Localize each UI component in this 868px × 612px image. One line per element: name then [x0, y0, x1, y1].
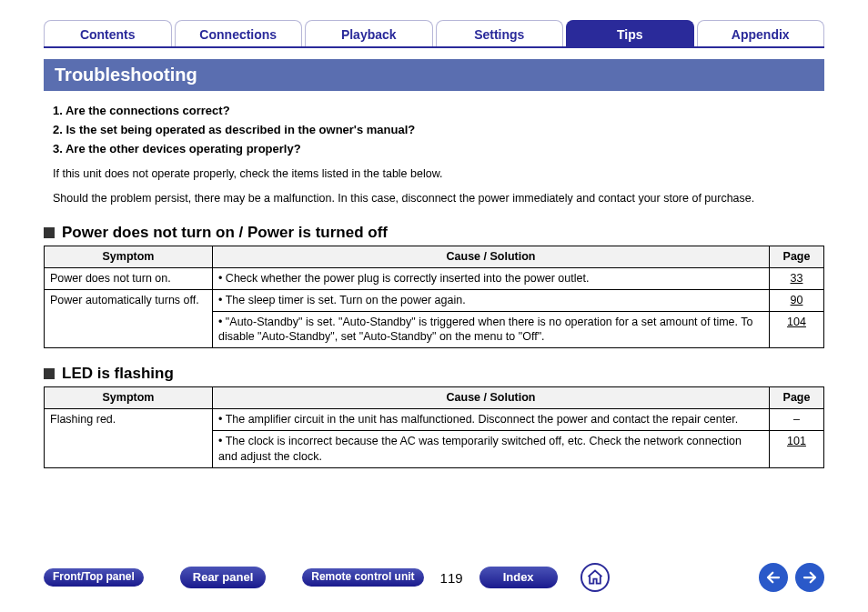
home-icon: [586, 568, 604, 587]
tab-playback[interactable]: Playback: [305, 20, 433, 46]
checklist-item-2: 2. Is the set being operated as describe…: [53, 121, 824, 140]
square-bullet-icon: [44, 227, 55, 238]
page-title: Troubleshooting: [44, 59, 824, 91]
section-heading-power-text: Power does not turn on / Power is turned…: [62, 224, 388, 242]
cell-symptom: Flashing red.: [45, 409, 213, 468]
page-number: 119: [440, 570, 463, 586]
page-none: –: [775, 412, 818, 427]
arrow-left-icon: [765, 569, 782, 586]
cell-cause: The sleep timer is set. Turn on the powe…: [213, 289, 770, 311]
table-row: Flashing red. The amplifier circuit in t…: [45, 409, 824, 431]
table-header-page: Page: [770, 246, 824, 267]
cause-item: Check whether the power plug is correctl…: [218, 271, 763, 286]
section-heading-led: LED is flashing: [44, 365, 824, 383]
cell-cause: The clock is incorrect because the AC wa…: [213, 431, 770, 468]
table-power: Symptom Cause / Solution Page Power does…: [44, 246, 824, 348]
table-row: Power does not turn on. Check whether th…: [45, 267, 824, 289]
checklist: 1. Are the connections correct? 2. Is th…: [53, 102, 824, 158]
intro-line-2: Should the problem persist, there may be…: [53, 190, 824, 207]
bottom-nav: Front/Top panel Rear panel Remote contro…: [0, 563, 868, 592]
arrow-right-icon: [802, 569, 818, 586]
section-heading-power: Power does not turn on / Power is turned…: [44, 224, 824, 242]
tab-appendix[interactable]: Appendix: [697, 20, 825, 46]
table-led: Symptom Cause / Solution Page Flashing r…: [44, 386, 824, 468]
next-page-button[interactable]: [795, 563, 824, 592]
cause-item: "Auto-Standby" is set. "Auto-Standby" is…: [218, 315, 763, 346]
checklist-item-3: 3. Are the other devices operating prope…: [53, 140, 824, 159]
cause-item: The sleep timer is set. Turn on the powe…: [218, 293, 763, 308]
tab-connections[interactable]: Connections: [175, 20, 303, 46]
top-tabs: Contents Connections Playback Settings T…: [44, 20, 824, 48]
cause-item: The amplifier circuit in the unit has ma…: [218, 412, 763, 427]
square-bullet-icon: [44, 368, 55, 379]
tab-settings[interactable]: Settings: [436, 20, 564, 46]
table-row: Power automatically turns off. The sleep…: [45, 289, 824, 311]
section-heading-led-text: LED is flashing: [62, 365, 174, 383]
page-link[interactable]: 104: [787, 316, 806, 328]
page-link[interactable]: 101: [787, 435, 806, 447]
remote-control-unit-label: Remote control unit: [311, 571, 414, 584]
prev-page-button[interactable]: [759, 563, 788, 592]
cause-item: The clock is incorrect because the AC wa…: [218, 434, 763, 465]
rear-panel-button[interactable]: Rear panel: [180, 567, 266, 589]
intro-line-1: If this unit does not operate properly, …: [53, 166, 824, 183]
table-header-cause: Cause / Solution: [213, 387, 770, 409]
cell-cause: Check whether the power plug is correctl…: [213, 267, 770, 289]
front-top-panel-label: Front/Top panel: [53, 571, 135, 584]
table-header-page: Page: [770, 387, 824, 409]
cell-symptom: Power automatically turns off.: [45, 289, 213, 348]
cell-cause: The amplifier circuit in the unit has ma…: [213, 409, 770, 431]
page-link[interactable]: 33: [791, 272, 803, 285]
home-button[interactable]: [580, 563, 610, 592]
tab-contents[interactable]: Contents: [44, 20, 172, 46]
table-header-cause: Cause / Solution: [213, 246, 770, 267]
cell-cause: "Auto-Standby" is set. "Auto-Standby" is…: [213, 311, 770, 348]
remote-control-unit-button[interactable]: Remote control unit: [302, 568, 423, 587]
cell-symptom: Power does not turn on.: [45, 267, 213, 289]
table-header-symptom: Symptom: [45, 246, 213, 267]
front-top-panel-button[interactable]: Front/Top panel: [44, 568, 144, 587]
page-link[interactable]: 90: [791, 294, 803, 306]
index-button[interactable]: Index: [479, 567, 558, 589]
checklist-item-1: 1. Are the connections correct?: [53, 102, 824, 121]
tab-tips[interactable]: Tips: [566, 20, 694, 46]
table-header-symptom: Symptom: [45, 387, 213, 409]
